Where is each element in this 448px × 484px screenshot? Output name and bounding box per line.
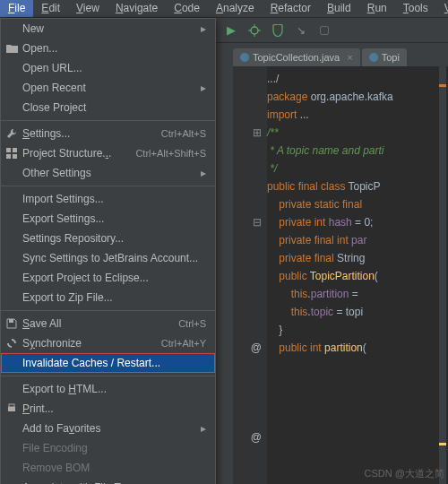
menu-code[interactable]: Code — [166, 0, 208, 17]
menu-item-save-all[interactable]: Save AllCtrl+S — [1, 314, 215, 333]
shortcut: Ctrl+S — [178, 318, 206, 329]
menu-item-label: Other Settings — [22, 167, 201, 179]
menu-item-label: Add to Favorites — [22, 422, 201, 435]
menu-item-label: Open... — [22, 42, 206, 55]
menu-item-remove-bom: Remove BOM — [1, 458, 215, 478]
menu-item-label: Settings... — [22, 127, 161, 140]
menu-item-add-to-favorites[interactable]: Add to Favorites▸ — [1, 419, 215, 438]
menu-item-label: Project Structure... — [22, 147, 135, 160]
svg-rect-9 — [9, 319, 13, 323]
menu-item-export-settings[interactable]: Export Settings... — [1, 209, 215, 229]
file-type-icon — [369, 53, 378, 62]
menu-tools[interactable]: Tools — [395, 0, 436, 17]
down-icon[interactable]: ↘ — [294, 23, 308, 38]
menu-vcs[interactable]: VCS — [436, 0, 448, 17]
menu-item-close-project[interactable]: Close Project — [1, 98, 215, 117]
menu-item-label: Open URL... — [22, 62, 206, 74]
menu-item-label: Export Project to Eclipse... — [22, 272, 206, 284]
menu-item-label: Export Settings... — [22, 212, 206, 225]
coverage-icon[interactable] — [271, 23, 285, 38]
svg-rect-6 — [13, 148, 17, 152]
submenu-arrow-icon: ▸ — [201, 22, 206, 35]
menu-item-synchronize[interactable]: SynchronizeCtrl+Alt+Y — [1, 333, 215, 353]
submenu-arrow-icon: ▸ — [201, 167, 206, 179]
menu-item-label: Import Settings... — [22, 193, 206, 205]
menu-item-label: Export to Zip File... — [22, 291, 206, 304]
menu-item-export-to-html[interactable]: Export to HTML... — [1, 379, 215, 399]
menu-item-label: Print... — [22, 402, 206, 415]
menu-item-open-url[interactable]: Open URL... — [1, 58, 215, 78]
file-type-icon — [240, 53, 249, 62]
watermark: CSDN @大道之简 — [365, 467, 444, 480]
menu-item-settings-repository[interactable]: Settings Repository... — [1, 229, 215, 248]
tab-Topi[interactable]: Topi — [362, 48, 407, 66]
menu-item-export-to-zip-file[interactable]: Export to Zip File... — [1, 288, 215, 307]
close-icon[interactable]: × — [347, 52, 352, 63]
shortcut: Ctrl+Alt+S — [161, 128, 206, 139]
menu-file[interactable]: File — [0, 0, 33, 17]
menu-item-label: New — [22, 22, 201, 35]
submenu-arrow-icon: ▸ — [201, 422, 206, 435]
menu-build[interactable]: Build — [319, 0, 359, 17]
debug-icon[interactable] — [247, 23, 262, 38]
menu-view[interactable]: View — [68, 0, 108, 17]
menu-item-file-encoding: File Encoding — [1, 438, 215, 458]
wrench-icon — [5, 127, 18, 140]
stop-icon[interactable] — [317, 23, 332, 38]
tab-label: Topi — [382, 52, 400, 63]
sync-icon — [5, 337, 18, 350]
menu-analyze[interactable]: Analyze — [208, 0, 263, 17]
run-icon[interactable]: ▶ — [224, 23, 238, 38]
scrollbar-marks[interactable] — [439, 66, 446, 484]
svg-rect-11 — [9, 404, 14, 407]
menu-navigate[interactable]: Navigate — [108, 0, 166, 17]
menu-item-label: Invalidate Caches / Restart... — [22, 357, 206, 369]
menu-item-open[interactable]: Open... — [1, 39, 215, 58]
menu-refactor[interactable]: Refactor — [263, 0, 319, 17]
menu-item-label: Save All — [22, 317, 178, 330]
code-editor[interactable]: ⊞⊟@@ .../package org.apache.kafkaimport … — [233, 66, 448, 484]
menu-item-invalidate-caches-restart[interactable]: Invalidate Caches / Restart... — [1, 353, 215, 373]
menu-item-associate-with-file-type[interactable]: Associate with File Type... — [1, 478, 215, 484]
separator — [1, 310, 215, 311]
menu-edit[interactable]: Edit — [33, 0, 68, 17]
tab-label: TopicCollection.java — [253, 52, 340, 63]
file-menu-dropdown: New▸Open...Open URL...Open Recent▸Close … — [0, 18, 216, 484]
separator — [1, 376, 215, 376]
menu-item-print[interactable]: Print... — [1, 399, 215, 419]
submenu-arrow-icon: ▸ — [201, 82, 206, 94]
menu-run[interactable]: Run — [359, 0, 395, 17]
menu-item-label: Settings Repository... — [22, 232, 206, 245]
menubar: FileEditViewNavigateCodeAnalyzeRefactorB… — [0, 0, 448, 18]
svg-point-0 — [251, 27, 258, 34]
save-icon — [5, 317, 18, 330]
menu-item-label: Export to HTML... — [22, 383, 206, 395]
menu-item-new[interactable]: New▸ — [1, 19, 215, 39]
code-area[interactable]: .../package org.apache.kafkaimport .../*… — [267, 70, 439, 357]
svg-rect-8 — [13, 154, 17, 159]
gutter: ⊞⊟@@ — [233, 66, 267, 484]
menu-item-label: File Encoding — [22, 442, 206, 454]
menu-item-sync-settings-to-jetbrains-account[interactable]: Sync Settings to JetBrains Account... — [1, 248, 215, 268]
svg-rect-7 — [6, 154, 11, 159]
menu-item-label: Open Recent — [22, 82, 201, 94]
menu-item-label: Sync Settings to JetBrains Account... — [22, 252, 206, 264]
svg-rect-10 — [8, 407, 15, 411]
svg-rect-5 — [6, 148, 11, 152]
folder-icon — [5, 42, 18, 55]
menu-item-label: Close Project — [22, 101, 206, 114]
separator — [1, 120, 215, 121]
menu-item-other-settings[interactable]: Other Settings▸ — [1, 163, 215, 183]
menu-item-export-project-to-eclipse[interactable]: Export Project to Eclipse... — [1, 268, 215, 288]
menu-item-open-recent[interactable]: Open Recent▸ — [1, 78, 215, 98]
grid-icon — [5, 147, 18, 160]
print-icon — [5, 402, 18, 415]
separator — [1, 186, 215, 186]
tab-TopicCollection.java[interactable]: TopicCollection.java× — [233, 48, 360, 66]
shortcut: Ctrl+Alt+Y — [161, 338, 206, 349]
menu-item-import-settings[interactable]: Import Settings... — [1, 189, 215, 209]
menu-item-label: Synchronize — [22, 337, 161, 350]
menu-item-settings[interactable]: Settings...Ctrl+Alt+S — [1, 124, 215, 143]
menu-item-project-structure[interactable]: Project Structure...Ctrl+Alt+Shift+S — [1, 143, 215, 163]
menu-item-label: Remove BOM — [22, 462, 206, 474]
